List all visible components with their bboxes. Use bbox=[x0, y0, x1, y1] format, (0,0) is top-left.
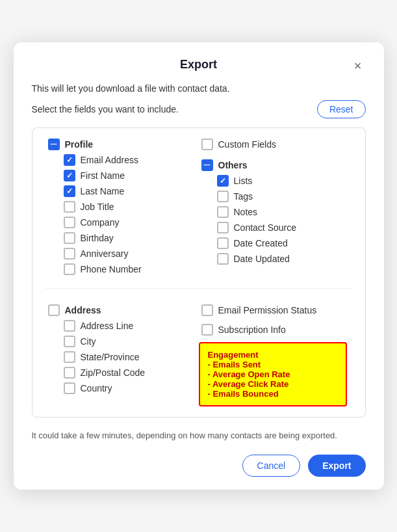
field-first-name[interactable]: First Name bbox=[45, 170, 192, 181]
export-modal: Export × This will let you download a fi… bbox=[14, 42, 384, 490]
state-province-checkbox[interactable] bbox=[64, 351, 75, 363]
subscription-label: Subscription Info bbox=[218, 325, 286, 335]
address-section: Address Address Line City State/Province bbox=[45, 304, 199, 406]
contact-source-checkbox[interactable] bbox=[217, 222, 229, 233]
field-lists[interactable]: Lists bbox=[199, 175, 346, 187]
right-bottom-section: Email Permission Status Subscription Inf… bbox=[199, 304, 352, 406]
profile-label: Profile bbox=[65, 139, 94, 150]
others-checkbox[interactable] bbox=[201, 159, 213, 171]
field-contact-source[interactable]: Contact Source bbox=[199, 222, 346, 233]
email-permission-section[interactable]: Email Permission Status bbox=[199, 304, 347, 316]
right-column: Custom Fields Others Lists Tags bbox=[199, 139, 352, 279]
field-company[interactable]: Company bbox=[45, 217, 192, 228]
custom-fields-section[interactable]: Custom Fields bbox=[199, 139, 346, 150]
city-checkbox[interactable] bbox=[64, 336, 75, 347]
footer-buttons: Cancel Export bbox=[32, 455, 366, 477]
engagement-item-0: - Emails Sent bbox=[208, 360, 338, 369]
first-name-checkbox[interactable] bbox=[64, 170, 75, 181]
field-date-updated[interactable]: Date Updated bbox=[199, 253, 346, 265]
engagement-item-2: - Average Click Rate bbox=[208, 379, 338, 389]
country-checkbox[interactable] bbox=[64, 382, 75, 394]
field-address-line[interactable]: Address Line bbox=[45, 320, 194, 332]
field-phone-number[interactable]: Phone Number bbox=[45, 263, 192, 275]
date-created-checkbox[interactable] bbox=[217, 237, 229, 249]
email-permission-label: Email Permission Status bbox=[218, 305, 317, 315]
field-country[interactable]: Country bbox=[45, 382, 194, 394]
anniversary-checkbox[interactable] bbox=[64, 248, 75, 259]
field-zip-postal[interactable]: Zip/Postal Code bbox=[45, 367, 194, 379]
select-label: Select the fields you want to include. bbox=[32, 104, 179, 114]
field-anniversary[interactable]: Anniversary bbox=[45, 248, 192, 259]
engagement-title: Engagement bbox=[208, 350, 338, 360]
address-checkbox[interactable] bbox=[48, 304, 60, 316]
engagement-item-3: - Emails Bounced bbox=[208, 389, 338, 399]
birthday-checkbox[interactable] bbox=[64, 232, 75, 244]
subscription-section[interactable]: Subscription Info bbox=[199, 324, 347, 336]
reset-button[interactable]: Reset bbox=[317, 100, 366, 118]
field-last-name[interactable]: Last Name bbox=[45, 185, 192, 197]
others-label: Others bbox=[218, 160, 248, 170]
divider bbox=[45, 288, 352, 289]
description-text: This will let you download a file with c… bbox=[32, 83, 366, 94]
bottom-section: Address Address Line City State/Province bbox=[45, 298, 352, 406]
top-columns: Profile Email Address First Name Last Na… bbox=[45, 139, 352, 279]
subscription-checkbox[interactable] bbox=[201, 324, 213, 336]
select-row: Select the fields you want to include. R… bbox=[32, 100, 366, 118]
profile-section-header: Profile bbox=[45, 139, 192, 150]
field-notes[interactable]: Notes bbox=[199, 206, 346, 218]
field-job-title[interactable]: Job Title bbox=[45, 201, 192, 213]
field-state-province[interactable]: State/Province bbox=[45, 351, 194, 363]
modal-title: Export bbox=[180, 58, 217, 72]
close-button[interactable]: × bbox=[350, 58, 366, 73]
address-line-checkbox[interactable] bbox=[64, 320, 75, 332]
field-email-address[interactable]: Email Address bbox=[45, 154, 192, 166]
last-name-checkbox[interactable] bbox=[64, 185, 75, 197]
custom-fields-label: Custom Fields bbox=[218, 139, 276, 150]
email-permission-checkbox[interactable] bbox=[201, 304, 213, 316]
zip-postal-checkbox[interactable] bbox=[64, 367, 75, 379]
cancel-button[interactable]: Cancel bbox=[242, 455, 301, 477]
engagement-box: Engagement - Emails Sent - Average Open … bbox=[199, 342, 347, 406]
lists-checkbox[interactable] bbox=[217, 175, 229, 187]
notes-checkbox[interactable] bbox=[217, 206, 229, 218]
date-updated-checkbox[interactable] bbox=[217, 253, 229, 265]
address-label: Address bbox=[65, 305, 101, 315]
info-text: It could take a few minutes, depending o… bbox=[32, 429, 366, 442]
field-tags[interactable]: Tags bbox=[199, 191, 346, 202]
field-birthday[interactable]: Birthday bbox=[45, 232, 192, 244]
others-section-header: Others bbox=[199, 159, 346, 171]
phone-number-checkbox[interactable] bbox=[64, 263, 75, 275]
profile-column: Profile Email Address First Name Last Na… bbox=[45, 139, 199, 279]
field-date-created[interactable]: Date Created bbox=[199, 237, 346, 249]
job-title-checkbox[interactable] bbox=[64, 201, 75, 213]
modal-header: Export × bbox=[32, 58, 366, 72]
fields-container: Profile Email Address First Name Last Na… bbox=[32, 127, 366, 418]
engagement-item-1: - Average Open Rate bbox=[208, 369, 338, 379]
export-button[interactable]: Export bbox=[308, 455, 365, 477]
email-address-checkbox[interactable] bbox=[64, 154, 75, 166]
tags-checkbox[interactable] bbox=[217, 191, 229, 202]
profile-checkbox[interactable] bbox=[48, 139, 60, 150]
company-checkbox[interactable] bbox=[64, 217, 75, 228]
custom-fields-checkbox[interactable] bbox=[201, 139, 213, 150]
field-city[interactable]: City bbox=[45, 336, 194, 347]
address-section-header: Address bbox=[45, 304, 194, 316]
